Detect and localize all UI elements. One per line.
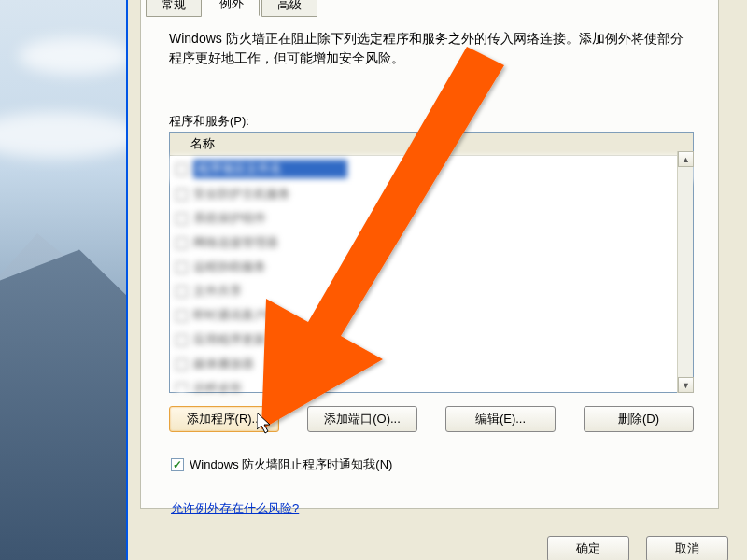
- list-item[interactable]: 应用程序更新: [170, 328, 693, 352]
- list-item[interactable]: 文件共享: [170, 279, 693, 303]
- scroll-up-button[interactable]: ▲: [678, 151, 694, 167]
- tab-exceptions[interactable]: 例外: [204, 0, 260, 16]
- scroll-down-button[interactable]: ▼: [678, 377, 694, 393]
- tab-panel: 常规 例外 高级 Windows 防火墙正在阻止除下列选定程序和服务之外的传入网…: [140, 0, 719, 509]
- scrollbar[interactable]: ▲ ▼: [677, 151, 693, 393]
- edit-button[interactable]: 编辑(E)...: [445, 406, 556, 432]
- list-item[interactable]: 媒体播放器: [170, 352, 693, 376]
- add-program-button[interactable]: 添加程序(R)...: [169, 406, 279, 432]
- add-port-button[interactable]: 添加端口(O)...: [307, 406, 417, 432]
- dialog-footer: 确定 取消: [529, 522, 747, 560]
- list-body: 程序项目文件名 安全防护主机服务 系统保护组件 网络连接管理器 远程协助服务 文…: [170, 156, 693, 392]
- cancel-button[interactable]: 取消: [646, 536, 728, 560]
- delete-button[interactable]: 删除(D): [584, 406, 694, 432]
- risk-link[interactable]: 允许例外存在什么风险?: [171, 500, 299, 517]
- tab-advanced[interactable]: 高级: [261, 0, 317, 17]
- list-item[interactable]: 系统保护组件: [170, 206, 693, 231]
- action-buttons: 添加程序(R)... 添加端口(O)... 编辑(E)... 删除(D): [169, 406, 694, 432]
- notify-checkbox[interactable]: ✓: [171, 458, 184, 471]
- list-item[interactable]: 网络连接管理器: [170, 231, 693, 255]
- list-item[interactable]: 远程桌面: [170, 376, 693, 392]
- ok-button[interactable]: 确定: [547, 536, 629, 560]
- notify-checkbox-label: Windows 防火墙阻止程序时通知我(N): [190, 456, 392, 473]
- list-label: 程序和服务(P):: [169, 113, 249, 130]
- programs-listbox[interactable]: 名称 程序项目文件名 安全防护主机服务 系统保护组件 网络连接管理器 远程协助服…: [169, 132, 694, 393]
- description-text: Windows 防火墙正在阻止除下列选定程序和服务之外的传入网络连接。添加例外将…: [169, 29, 692, 68]
- list-item[interactable]: 安全防护主机服务: [170, 182, 693, 206]
- list-item[interactable]: 即时通讯客户端: [170, 303, 693, 328]
- list-column-name[interactable]: 名称: [170, 133, 693, 156]
- notify-checkbox-row[interactable]: ✓ Windows 防火墙阻止程序时通知我(N): [171, 456, 392, 473]
- list-item[interactable]: 远程协助服务: [170, 255, 693, 279]
- list-item[interactable]: 程序项目文件名: [170, 156, 693, 182]
- tab-general[interactable]: 常规: [146, 0, 202, 17]
- tab-strip: 常规 例外 高级: [146, 0, 319, 16]
- firewall-dialog: 常规 例外 高级 Windows 防火墙正在阻止除下列选定程序和服务之外的传入网…: [126, 0, 747, 560]
